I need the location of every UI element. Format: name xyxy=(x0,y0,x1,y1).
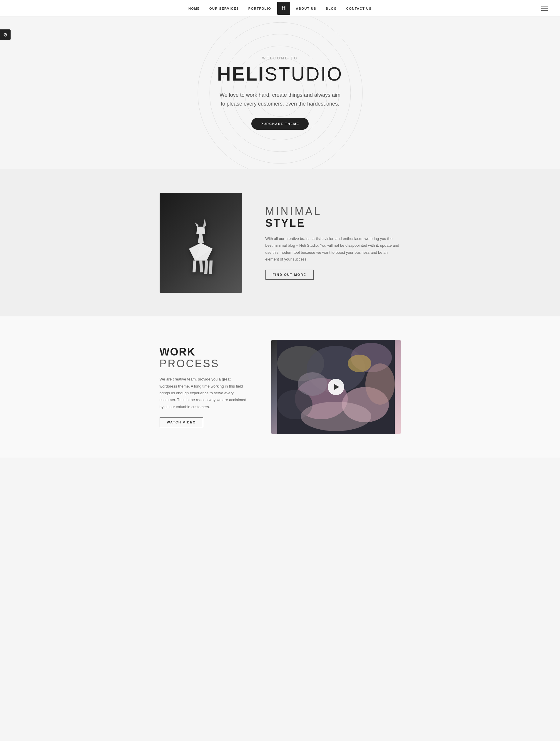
svg-marker-15 xyxy=(209,261,213,274)
work-process-section: WORK PROCESS We are creative team, provi… xyxy=(0,316,560,458)
minimal-inner-container: MINIMAL STYLE With all our creative brai… xyxy=(148,193,412,293)
hero-title: HELISTUDIO xyxy=(217,64,343,84)
hero-title-light: STUDIO xyxy=(265,64,343,85)
work-description: We are creative team, provide you a grea… xyxy=(160,376,248,410)
hero-subtitle: We love to work hard, create things and … xyxy=(218,90,342,109)
work-text-container: WORK PROCESS We are creative team, provi… xyxy=(160,347,248,427)
origami-deer-image xyxy=(171,202,230,284)
nav-item-portfolio[interactable]: PORTFOLIO xyxy=(249,6,271,11)
play-triangle-icon xyxy=(334,384,339,390)
purchase-theme-button[interactable]: PURCHASE THEME xyxy=(251,118,309,130)
svg-marker-14 xyxy=(204,261,208,274)
svg-point-26 xyxy=(348,355,371,372)
work-heading-bold: WORK xyxy=(160,347,248,357)
svg-marker-7 xyxy=(198,234,204,243)
work-image-container xyxy=(271,340,401,434)
svg-marker-8 xyxy=(196,227,205,234)
svg-point-24 xyxy=(365,363,395,405)
work-inner-container: WORK PROCESS We are creative team, provi… xyxy=(148,340,412,434)
menu-line-3 xyxy=(541,10,548,11)
svg-marker-13 xyxy=(199,261,203,272)
gear-icon: ⚙ xyxy=(3,32,7,38)
nav-item-services[interactable]: OUR SERVICES xyxy=(209,6,239,11)
nav-links-left: HOME OUR SERVICES PORTFOLIO xyxy=(189,6,271,11)
svg-point-27 xyxy=(298,372,327,396)
watch-video-button[interactable]: WATCH VIDEO xyxy=(160,417,203,427)
menu-line-2 xyxy=(541,8,548,8)
nav-item-contact[interactable]: CONTACT US xyxy=(346,6,371,11)
work-heading-light: PROCESS xyxy=(160,357,248,370)
hero-welcome-text: WELCOME TO xyxy=(217,56,343,60)
nav-link-contact[interactable]: CONTACT US xyxy=(346,7,371,10)
menu-line-1 xyxy=(541,6,548,6)
nav-links-right: ABOUT US BLOG CONTACT US xyxy=(296,6,372,11)
nav-link-blog[interactable]: BLOG xyxy=(326,7,337,10)
hero-section: WELCOME TO HELISTUDIO We love to work ha… xyxy=(0,16,560,170)
minimal-image-container xyxy=(160,193,242,293)
minimal-text-container: MINIMAL STYLE With all our creative brai… xyxy=(266,206,401,280)
work-video-thumbnail xyxy=(271,340,401,434)
minimal-image xyxy=(160,193,242,293)
play-video-button[interactable] xyxy=(328,379,344,395)
nav-link-services[interactable]: OUR SERVICES xyxy=(209,7,239,10)
svg-marker-12 xyxy=(193,261,196,272)
nav-item-home[interactable]: HOME xyxy=(189,6,200,11)
nav-link-about[interactable]: ABOUT US xyxy=(296,7,316,10)
settings-icon[interactable]: ⚙ xyxy=(0,29,11,40)
nav-item-blog[interactable]: BLOG xyxy=(326,6,337,11)
hamburger-menu-button[interactable] xyxy=(541,6,548,11)
nav-item-about[interactable]: ABOUT US xyxy=(296,6,316,11)
minimal-description: With all our creative brains, artistic v… xyxy=(266,235,401,263)
svg-point-25 xyxy=(301,402,371,431)
navbar: HOME OUR SERVICES PORTFOLIO H ABOUT US B… xyxy=(0,0,560,16)
hero-title-bold: HELI xyxy=(217,64,265,85)
minimal-heading-light: MINIMAL xyxy=(266,206,401,217)
nav-logo[interactable]: H xyxy=(277,2,290,15)
find-out-more-button[interactable]: FIND OUT MORE xyxy=(266,270,313,280)
minimal-style-section: MINIMAL STYLE With all our creative brai… xyxy=(0,170,560,316)
nav-link-portfolio[interactable]: PORTFOLIO xyxy=(249,7,271,10)
minimal-heading-bold: STYLE xyxy=(266,217,401,229)
hero-content: WELCOME TO HELISTUDIO We love to work ha… xyxy=(217,56,343,130)
nav-link-home[interactable]: HOME xyxy=(189,7,200,10)
